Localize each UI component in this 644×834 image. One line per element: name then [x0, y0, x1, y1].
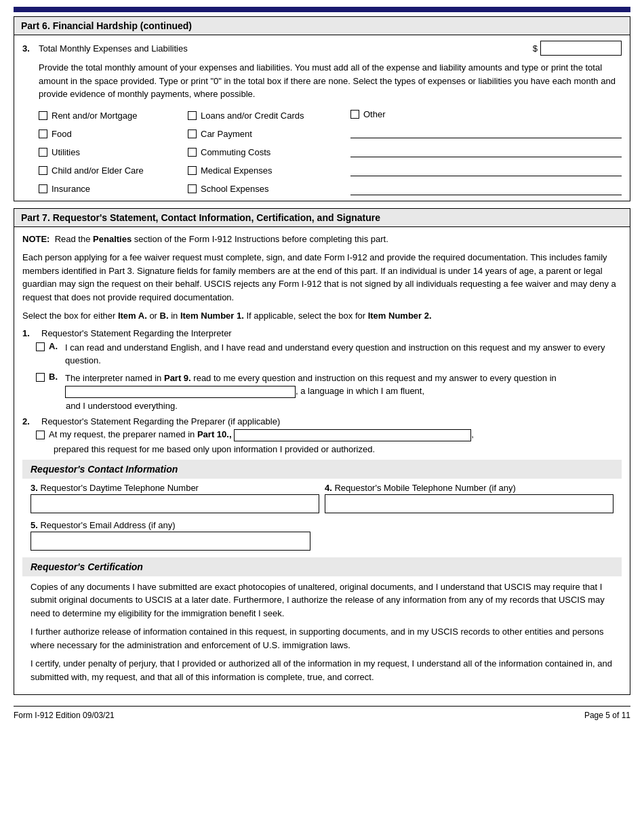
part7-header-text: Part 7. Requestor's Statement, Contact I…: [21, 212, 380, 223]
footer-right: Page 5 of 11: [584, 711, 630, 720]
cb-elder: Child and/or Elder Care: [39, 164, 188, 177]
total-expenses-input[interactable]: [540, 41, 622, 56]
cb-commuting-box[interactable]: [188, 148, 197, 157]
contact-grid: 3. Requestor's Daytime Telephone Number …: [22, 483, 622, 520]
total-dollar-field: $: [533, 41, 622, 56]
contact-section-header: Requestor's Contact Information: [22, 460, 622, 479]
item2-label: Requestor's Statement Regarding the Prep…: [41, 416, 280, 426]
field4-label: 4. Requestor's Mobile Telephone Number (…: [325, 483, 613, 493]
part6-section: Part 6. Financial Hardship (continued) 3…: [14, 16, 630, 201]
itemB-understood: and I understood everything.: [66, 401, 622, 411]
line-row3: [350, 144, 622, 157]
cb-itemA[interactable]: [36, 342, 45, 351]
itemA-text: I can read and understand English, and I…: [65, 341, 622, 368]
cb-loans-label: Loans and/or Credit Cards: [201, 111, 304, 121]
mobile-phone-input[interactable]: [325, 494, 613, 513]
expenses-left: Rent and/or Mortgage Loans and/or Credit…: [39, 109, 350, 195]
field4-label-text: Requestor's Mobile Telephone Number (if …: [334, 483, 515, 493]
itemA-letter: A.: [49, 341, 65, 368]
select-instruction: Select the box for either Item A. or B. …: [22, 309, 622, 323]
preparer-text2: prepared this request for me based only …: [54, 444, 622, 454]
cb-insurance: Insurance: [39, 182, 188, 195]
cb-food-box[interactable]: [39, 130, 47, 138]
line-row5: [350, 182, 622, 195]
daytime-phone-input[interactable]: [31, 494, 319, 513]
contact-header-text: Requestor's Contact Information: [31, 464, 178, 475]
interpreter-language-input[interactable]: [65, 386, 296, 398]
part7-header: Part 7. Requestor's Statement, Contact I…: [14, 209, 630, 227]
cert-header-text: Requestor's Certification: [31, 561, 143, 572]
instructions-text: Provide the total monthly amount of your…: [39, 61, 622, 101]
cb-rent: Rent and/or Mortgage: [39, 109, 188, 122]
cb-loans: Loans and/or Credit Cards: [188, 109, 337, 122]
itemB-text: The interpreter named in Part 9. read to…: [65, 372, 622, 398]
part6-header: Part 6. Financial Hardship (continued): [14, 17, 630, 35]
preparer-name-input[interactable]: [234, 429, 471, 441]
cb-commuting: Commuting Costs: [188, 146, 337, 159]
q3-label: Total Monthly Expenses and Liabilities: [39, 43, 533, 54]
itemB: B. The interpreter named in Part 9. read…: [36, 372, 622, 411]
field5-label-text: Requestor's Email Address (if any): [40, 520, 175, 530]
line-row2: [350, 125, 622, 138]
itemA: A. I can read and understand English, an…: [36, 341, 622, 368]
question3-row: 3. Total Monthly Expenses and Liabilitie…: [22, 41, 622, 56]
cb-other-label: Other: [363, 109, 386, 119]
field4-container: 4. Requestor's Mobile Telephone Number (…: [325, 483, 613, 513]
cert-para2: I further authorize release of informati…: [22, 625, 622, 652]
expenses-container: Rent and/or Mortgage Loans and/or Credit…: [39, 109, 622, 195]
other-row: Other: [350, 109, 622, 119]
preparer-text: At my request, the preparer named in Par…: [49, 429, 474, 441]
q3-number: 3.: [22, 43, 39, 54]
cb-school: School Expenses: [188, 182, 337, 195]
cb-utilities-box[interactable]: [39, 148, 47, 157]
item1-row: 1. Requestor's Statement Regarding the I…: [22, 328, 622, 338]
cb-item2[interactable]: [36, 431, 45, 439]
itemB-row1: B. The interpreter named in Part 9. read…: [36, 372, 622, 398]
item1-label: Requestor's Statement Regarding the Inte…: [41, 328, 232, 338]
cb-school-label: School Expenses: [201, 184, 268, 194]
cb-utilities: Utilities: [39, 146, 188, 159]
cb-itemB[interactable]: [36, 373, 45, 382]
email-section: 5. Requestor's Email Address (if any): [22, 520, 622, 557]
cb-rent-label: Rent and/or Mortgage: [52, 111, 137, 121]
field3-label: 3. Requestor's Daytime Telephone Number: [31, 483, 319, 493]
cb-insurance-box[interactable]: [39, 184, 47, 193]
para1: Each person applying for a fee waiver re…: [22, 251, 622, 304]
cb-car-label: Car Payment: [201, 129, 252, 139]
cb-commuting-label: Commuting Costs: [201, 147, 270, 157]
cb-food: Food: [39, 127, 188, 140]
item1-num: 1.: [22, 328, 41, 338]
item1: 1. Requestor's Statement Regarding the I…: [22, 328, 622, 411]
cb-medical: Medical Expenses: [188, 164, 337, 177]
cert-para3: I certify, under penalty of perjury, tha…: [22, 657, 622, 683]
cert-para1: Copies of any documents I have submitted…: [22, 580, 622, 620]
cb-loans-box[interactable]: [188, 111, 197, 120]
email-input[interactable]: [31, 532, 310, 551]
part7-section: Part 7. Requestor's Statement, Contact I…: [14, 208, 630, 696]
top-border: [14, 7, 630, 12]
cb-medical-box[interactable]: [188, 166, 197, 175]
cb-medical-label: Medical Expenses: [201, 165, 273, 176]
cb-school-box[interactable]: [188, 184, 197, 193]
line-row4: [350, 163, 622, 176]
cb-other-box[interactable]: [350, 110, 359, 119]
footer: Form I-912 Edition 09/03/21 Page 5 of 11: [14, 706, 630, 720]
cb-food-label: Food: [52, 129, 72, 139]
cb-car-box[interactable]: [188, 130, 197, 138]
preparer-row: At my request, the preparer named in Par…: [36, 429, 622, 441]
cb-rent-box[interactable]: [39, 111, 47, 120]
item2-row: 2. Requestor's Statement Regarding the P…: [22, 416, 622, 426]
item2-num: 2.: [22, 416, 41, 426]
cb-elder-label: Child and/or Elder Care: [52, 165, 144, 176]
expenses-right-col: Other: [350, 109, 622, 195]
field3-label-text: Requestor's Daytime Telephone Number: [40, 483, 198, 493]
itemB-letter: B.: [49, 372, 65, 382]
cb-utilities-label: Utilities: [52, 147, 80, 157]
cert-section-header: Requestor's Certification: [22, 557, 622, 576]
field5-label: 5. Requestor's Email Address (if any): [31, 520, 613, 530]
field3-container: 3. Requestor's Daytime Telephone Number: [31, 483, 319, 513]
cb-elder-box[interactable]: [39, 166, 47, 175]
cb-car: Car Payment: [188, 127, 337, 140]
footer-left: Form I-912 Edition 09/03/21: [14, 711, 115, 720]
dollar-sign: $: [533, 43, 538, 54]
